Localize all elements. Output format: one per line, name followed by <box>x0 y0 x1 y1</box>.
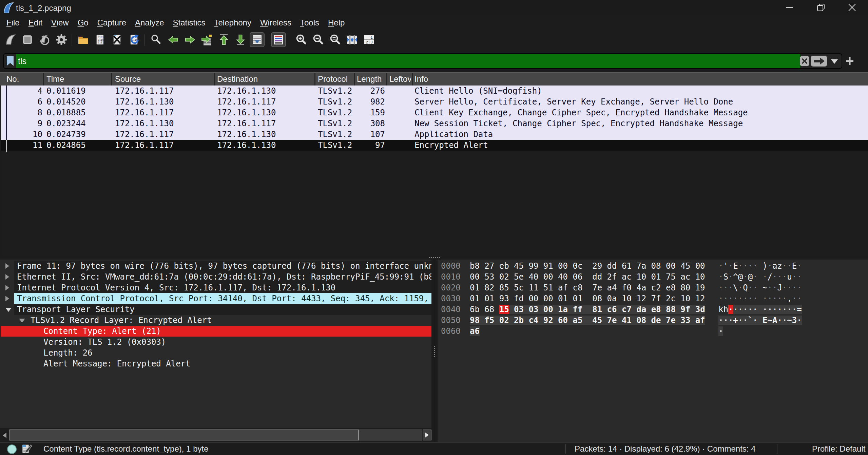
packet-row-6[interactable]: 60.014520172.16.1.130172.16.1.117TLSv1.2… <box>1 96 868 107</box>
detail-row[interactable]: Version: TLS 1.2 (0x0303) <box>0 337 431 347</box>
menu-analyze[interactable]: Analyze <box>131 15 168 30</box>
filter-apply-button[interactable] <box>811 56 827 67</box>
close-button[interactable] <box>841 0 863 15</box>
column-separator[interactable] <box>314 73 315 86</box>
numbered-columns-icon: 123 <box>363 34 375 46</box>
column-separator[interactable] <box>214 73 215 86</box>
go-first-packet-button[interactable] <box>216 32 231 47</box>
zoom-in-button[interactable] <box>294 32 309 47</box>
maximize-restore-button[interactable] <box>810 0 832 15</box>
expand-arrow-icon[interactable] <box>5 274 9 280</box>
minimize-button[interactable] <box>778 0 801 15</box>
filter-add-button[interactable] <box>845 57 854 67</box>
menu-view[interactable]: View <box>47 15 73 30</box>
collapse-arrow-icon[interactable] <box>5 308 12 312</box>
expert-info-icon[interactable] <box>7 444 17 454</box>
open-file-button[interactable] <box>76 32 91 47</box>
zoom-reset-button[interactable] <box>328 32 343 47</box>
column-header-length[interactable]: Length <box>357 73 382 85</box>
column-separator[interactable] <box>111 73 112 86</box>
find-packet-button[interactable] <box>149 32 163 47</box>
column-header-protocol[interactable]: Protocol <box>318 73 348 85</box>
hex-row-0050[interactable]: 005098 f5 02 2b c4 92 60 a5 45 7e 41 08 … <box>438 315 868 326</box>
expand-arrow-icon[interactable] <box>5 296 9 301</box>
packet-row-4[interactable]: 40.011619172.16.1.117172.16.1.130TLSv1.2… <box>1 86 868 96</box>
scrollbar-left-arrow[interactable] <box>3 433 6 438</box>
auto-scroll-button[interactable] <box>250 32 265 47</box>
hex-row-0060[interactable]: 0060a6· <box>438 326 868 337</box>
menu-help[interactable]: Help <box>324 15 349 30</box>
hex-row-0010[interactable]: 001000 53 02 5e 40 00 40 06 dd 2f ac 10 … <box>438 271 868 282</box>
horizontal-splitter[interactable] <box>0 256 868 260</box>
reload-file-button[interactable]: 01010110 <box>127 32 141 47</box>
zoom-out-button[interactable] <box>311 32 326 47</box>
filter-clear-button[interactable] <box>800 56 809 66</box>
packet-row-10[interactable]: 100.024739172.16.1.117172.16.1.130TLSv1.… <box>1 129 868 140</box>
detail-text: Ethernet II, Src: VMware_dd:61:7a (00:0c… <box>17 271 431 282</box>
auto-scroll-icon <box>251 34 263 46</box>
collapse-arrow-icon[interactable] <box>19 319 25 323</box>
go-last-packet-button[interactable] <box>233 32 248 47</box>
start-capture-button[interactable] <box>3 32 18 47</box>
ascii-char: J <box>777 283 782 292</box>
scrollbar-right-arrow[interactable] <box>423 430 431 440</box>
packet-row-11[interactable]: 110.024865172.16.1.117172.16.1.130TLSv1.… <box>1 140 868 151</box>
go-back-button[interactable] <box>166 32 181 47</box>
column-header-source[interactable]: Source <box>115 73 141 85</box>
column-header-leftover[interactable]: Leftover <box>389 73 411 85</box>
scrollbar-thumb[interactable] <box>9 430 359 440</box>
detail-row[interactable]: Frame 11: 97 bytes on wire (776 bits), 9… <box>0 261 431 271</box>
go-forward-button[interactable] <box>182 32 197 47</box>
detail-row[interactable]: Ethernet II, Src: VMware_dd:61:7a (00:0c… <box>0 271 431 282</box>
filter-bookmark-button[interactable] <box>4 55 17 68</box>
go-to-packet-button[interactable] <box>199 32 214 47</box>
profile-status[interactable]: Profile: Default <box>812 443 865 455</box>
detail-row[interactable]: Alert Message: Encrypted Alert <box>0 358 431 369</box>
display-filter-input[interactable]: tls <box>16 54 800 68</box>
column-header-info[interactable]: Info <box>414 73 428 85</box>
column-separator[interactable] <box>43 73 44 86</box>
numbered-column-layout-button[interactable]: 123 <box>362 32 377 47</box>
detail-row[interactable]: Length: 26 <box>0 347 431 358</box>
detail-row[interactable]: Transmission Control Protocol, Src Port:… <box>0 293 431 304</box>
packet-row-9[interactable]: 90.023244172.16.1.130172.16.1.117TLSv1.2… <box>1 118 868 129</box>
expand-arrow-icon[interactable] <box>5 285 9 290</box>
save-file-button[interactable]: 010101100111 <box>93 32 108 47</box>
detail-row[interactable]: Transport Layer Security <box>0 304 431 315</box>
close-file-button[interactable] <box>110 32 124 47</box>
hex-row-0000[interactable]: 0000b8 27 eb 45 99 91 00 0c 29 dd 61 7a … <box>438 261 868 271</box>
menu-statistics[interactable]: Statistics <box>168 15 210 30</box>
column-header-no[interactable]: No. <box>6 73 19 85</box>
column-separator[interactable] <box>354 73 355 86</box>
column-header-time[interactable]: Time <box>46 73 64 85</box>
column-separator[interactable] <box>386 73 387 86</box>
detail-row[interactable]: Internet Protocol Version 4, Src: 172.16… <box>0 282 431 293</box>
hex-row-0030[interactable]: 003001 01 93 fd 00 00 01 01 08 0a 10 12 … <box>438 293 868 304</box>
restart-capture-button[interactable] <box>37 32 52 47</box>
hex-row-0040[interactable]: 00406b 68 15 03 03 00 1a ff 81 c6 c7 da … <box>438 304 868 315</box>
menu-telephony[interactable]: Telephony <box>210 15 256 30</box>
cell-length: 308 <box>354 118 385 129</box>
capture-options-button[interactable] <box>54 32 69 47</box>
menu-edit[interactable]: Edit <box>24 15 47 30</box>
expand-arrow-icon[interactable] <box>5 263 9 269</box>
column-separator[interactable] <box>412 73 413 86</box>
zoom-out-icon <box>312 34 324 46</box>
menu-tools[interactable]: Tools <box>296 15 324 30</box>
capture-comments-icon[interactable] <box>22 444 32 454</box>
packet-row-8[interactable]: 80.018885172.16.1.117172.16.1.130TLSv1.2… <box>1 107 868 118</box>
stop-capture-button[interactable] <box>20 32 35 47</box>
column-header-destination[interactable]: Destination <box>217 73 258 85</box>
menu-file[interactable]: File <box>2 15 24 30</box>
ascii-char: · <box>792 294 797 303</box>
filter-dropdown-arrow[interactable] <box>831 59 838 64</box>
vertical-splitter[interactable] <box>431 260 438 442</box>
menu-go[interactable]: Go <box>73 15 93 30</box>
resize-columns-button[interactable] <box>345 32 360 47</box>
hex-row-0020[interactable]: 002001 82 85 5c 11 51 af c8 7e a4 f0 4a … <box>438 282 868 293</box>
colorize-packets-button[interactable] <box>271 32 286 47</box>
menu-capture[interactable]: Capture <box>93 15 131 30</box>
menu-wireless[interactable]: Wireless <box>256 15 296 30</box>
detail-row[interactable]: TLSv1.2 Record Layer: Encrypted Alert <box>0 315 431 326</box>
detail-row[interactable]: Content Type: Alert (21) <box>0 326 431 337</box>
